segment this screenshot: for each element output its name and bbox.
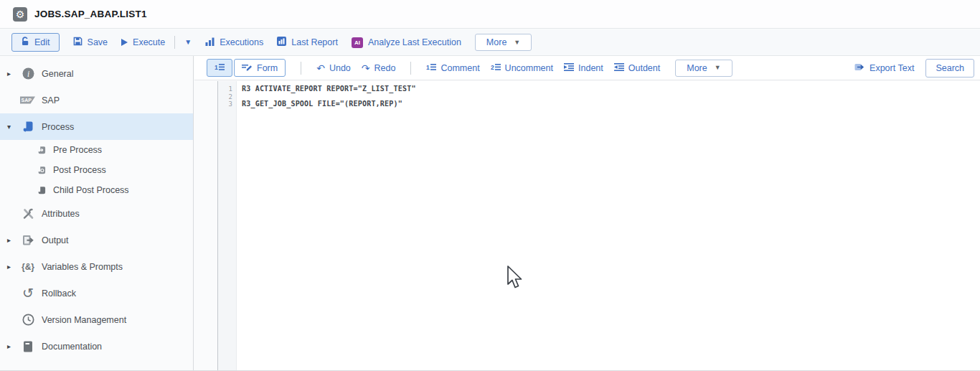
- form-view-button[interactable]: Form: [234, 59, 286, 77]
- view-toggle-group: 1 Form: [207, 59, 286, 77]
- code-line[interactable]: R3 ACTIVATE_REPORT REPORT="Z_LIST_TEST": [242, 85, 980, 93]
- play-icon: [121, 39, 128, 46]
- source-view-button[interactable]: 1: [207, 59, 232, 77]
- last-report-label: Last Report: [291, 37, 338, 47]
- more-label: More: [687, 63, 707, 73]
- sidebar-item-label: General: [42, 69, 73, 79]
- sidebar-item-label: SAP: [42, 95, 60, 105]
- save-label: Save: [88, 37, 108, 47]
- script-icon: [20, 121, 36, 133]
- execute-button[interactable]: Execute: [121, 37, 165, 47]
- edit-button[interactable]: Edit: [11, 33, 60, 52]
- export-text-button[interactable]: Export Text: [854, 62, 914, 74]
- sidebar-item-label: Version Management: [42, 315, 126, 325]
- outdent-label: Outdent: [628, 63, 660, 73]
- uncomment-button[interactable]: 2 Uncomment: [491, 63, 553, 73]
- sidebar-item-process[interactable]: ▾ Process: [0, 113, 193, 140]
- sidebar-item-documentation[interactable]: ▸ Documentation: [0, 333, 193, 360]
- post-process-icon: [36, 166, 47, 175]
- expand-arrow-icon[interactable]: ▸: [7, 342, 17, 350]
- indent-button[interactable]: Indent: [564, 63, 603, 73]
- svg-text:1: 1: [215, 63, 218, 70]
- sidebar-item-output[interactable]: ▸ Output: [0, 227, 193, 253]
- edit-label: Edit: [34, 37, 50, 47]
- chevron-down-icon: ▼: [514, 39, 520, 46]
- comment-button[interactable]: 1 Comment: [426, 63, 479, 73]
- sidebar-item-label: Documentation: [42, 342, 102, 352]
- sidebar-item-attributes[interactable]: Attributes: [0, 200, 193, 227]
- redo-icon: ↷: [362, 63, 370, 73]
- tools-icon: [20, 208, 36, 220]
- analyze-last-execution-button[interactable]: AI Analyze Last Execution: [352, 37, 461, 48]
- undo-label: Undo: [329, 63, 351, 73]
- lock-icon: [21, 37, 29, 48]
- redo-button[interactable]: ↷ Redo: [362, 63, 396, 73]
- last-report-button[interactable]: Last Report: [277, 37, 338, 48]
- expand-arrow-icon[interactable]: ▸: [7, 263, 17, 271]
- sidebar-item-label: Attributes: [42, 209, 80, 219]
- sidebar-item-variables-prompts[interactable]: ▸ {&} Variables & Prompts: [0, 253, 193, 280]
- toolbar-divider: [301, 62, 301, 75]
- executions-button[interactable]: Executions: [205, 37, 263, 48]
- uncomment-icon: 2: [491, 63, 501, 73]
- page-title: JOBS.SAP_ABAP.LIST1: [34, 9, 147, 19]
- output-icon: [20, 235, 36, 246]
- more-label: More: [486, 37, 507, 47]
- sidebar-item-sap[interactable]: SAP SAP: [0, 87, 193, 113]
- sidebar-item-label: Process: [42, 122, 74, 132]
- expand-arrow-icon[interactable]: ▸: [7, 236, 17, 244]
- expand-arrow-icon[interactable]: ▸: [7, 70, 17, 78]
- save-button[interactable]: Save: [73, 37, 108, 48]
- code-editor[interactable]: 1 2 3 R3 ACTIVATE_REPORT REPORT="Z_LIST_…: [217, 81, 980, 370]
- main-toolbar: Edit Save Execute ▼ Executions Last Repo…: [0, 29, 980, 56]
- outdent-button[interactable]: Outdent: [614, 63, 660, 73]
- comment-label: Comment: [440, 63, 479, 73]
- sidebar-item-rollback[interactable]: ↺ Rollback: [0, 280, 193, 306]
- outdent-icon: [614, 63, 624, 73]
- line-number: 3: [218, 100, 236, 108]
- process-gear-icon: ⚙: [13, 7, 27, 22]
- redo-label: Redo: [374, 63, 396, 73]
- sidebar-item-pre-process[interactable]: Pre Process: [0, 140, 193, 160]
- document-icon: [20, 341, 36, 352]
- form-label: Form: [257, 63, 278, 73]
- rollback-icon: ↺: [20, 286, 36, 300]
- svg-text:1: 1: [426, 63, 430, 70]
- main-more-button[interactable]: More ▼: [475, 34, 532, 51]
- mouse-cursor-icon: [506, 265, 523, 293]
- uncomment-label: Uncomment: [505, 63, 553, 73]
- sidebar-item-label: Variables & Prompts: [42, 262, 123, 272]
- info-icon: i: [20, 67, 36, 80]
- svg-text:2: 2: [491, 63, 494, 70]
- search-button[interactable]: Search: [925, 59, 974, 78]
- line-number-gutter: 1 2 3: [218, 81, 237, 370]
- line-number: 2: [218, 93, 236, 101]
- sidebar-item-general[interactable]: ▸ i General: [0, 60, 193, 87]
- sidebar-item-label: Child Post Process: [53, 185, 129, 195]
- undo-button[interactable]: ↶ Undo: [316, 63, 351, 73]
- bar-chart-icon: [205, 37, 215, 48]
- code-area[interactable]: R3 ACTIVATE_REPORT REPORT="Z_LIST_TEST" …: [237, 81, 980, 370]
- comment-icon: 1: [426, 63, 436, 73]
- execute-dropdown-button[interactable]: ▼: [184, 39, 192, 46]
- pre-process-icon: [36, 146, 47, 155]
- sidebar-item-child-post-process[interactable]: Child Post Process: [0, 180, 193, 200]
- sidebar-item-label: Output: [42, 235, 69, 245]
- execute-label: Execute: [133, 37, 165, 47]
- chevron-down-icon: ▼: [715, 65, 721, 71]
- ai-icon: AI: [352, 37, 363, 48]
- sidebar-item-version-management[interactable]: Version Management: [0, 306, 193, 333]
- indent-label: Indent: [578, 63, 603, 73]
- sidebar-item-post-process[interactable]: Post Process: [0, 160, 193, 180]
- code-line[interactable]: R3_GET_JOB_SPOOL FILE="(REPORT,REP)": [242, 100, 980, 108]
- export-text-label: Export Text: [870, 63, 914, 73]
- svg-text:SAP: SAP: [22, 98, 32, 103]
- sap-icon: SAP: [20, 96, 36, 104]
- editor-more-button[interactable]: More ▼: [675, 60, 732, 77]
- navigation-sidebar: ▸ i General SAP SAP ▾ Process Pre Proces…: [0, 56, 194, 370]
- report-icon: [277, 37, 286, 48]
- line-number: 1: [218, 85, 236, 93]
- sidebar-item-label: Rollback: [42, 288, 76, 299]
- collapse-arrow-icon[interactable]: ▾: [7, 123, 17, 131]
- editor-toolbar: 1 Form ↶ Undo ↷ Redo 1 Comment 2 Uncomme…: [194, 56, 980, 80]
